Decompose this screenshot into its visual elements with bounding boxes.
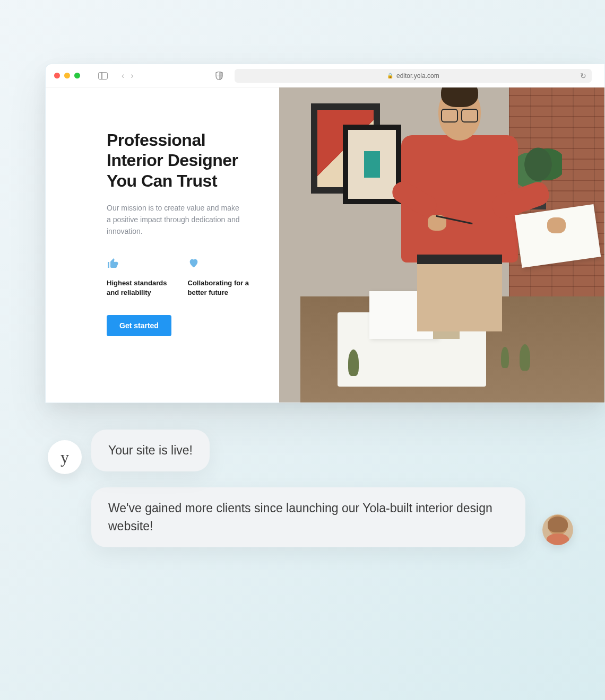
back-icon[interactable]: ‹ (122, 71, 124, 81)
chat-bubble-system: Your site is live! (91, 430, 210, 471)
page-content: Professional Interior Designer You Can T… (46, 88, 604, 402)
sidebar-toggle-icon[interactable] (98, 72, 108, 80)
privacy-shield-icon[interactable] (215, 72, 223, 80)
get-started-button[interactable]: Get started (107, 315, 171, 336)
page-title: Professional Interior Designer You Can T… (107, 130, 253, 191)
url-text: editor.yola.com (396, 72, 439, 80)
lock-icon: 🔒 (387, 73, 393, 78)
browser-chrome: ‹ › 🔒 editor.yola.com ↻ (46, 64, 604, 88)
maximize-icon[interactable] (74, 73, 80, 78)
url-bar[interactable]: 🔒 editor.yola.com ↻ (235, 69, 592, 83)
title-line: Interior Designer (107, 150, 253, 170)
minimize-icon[interactable] (64, 73, 70, 78)
traffic-lights (54, 73, 80, 78)
feature-label: Collaborating for a better future (188, 278, 253, 298)
close-icon[interactable] (54, 73, 60, 78)
feature-label: Highest standards and reliability (107, 278, 172, 298)
refresh-icon[interactable]: ↻ (580, 72, 586, 80)
hero-image (279, 88, 604, 402)
features: Highest standards and reliability Collab… (107, 257, 253, 298)
title-line: Professional (107, 130, 253, 150)
avatar-letter: y (60, 448, 69, 467)
title-line: You Can Trust (107, 171, 253, 191)
chat-bubble-user: We've gained more clients since launchin… (91, 487, 525, 547)
forward-icon[interactable]: › (131, 71, 133, 81)
hero-subtitle: Our mission is to create value and make … (107, 203, 245, 237)
feature-collaboration: Collaborating for a better future (188, 257, 253, 298)
avatar-user (542, 514, 573, 545)
avatar-yola: y (48, 440, 82, 474)
heart-icon (188, 257, 253, 272)
browser-window: ‹ › 🔒 editor.yola.com ↻ Professional Int… (45, 64, 605, 403)
feature-standards: Highest standards and reliability (107, 257, 172, 298)
chat-area: y Your site is live! We've gained more c… (48, 430, 536, 547)
thumbs-up-icon (107, 257, 172, 272)
hero-left: Professional Interior Designer You Can T… (46, 88, 279, 402)
